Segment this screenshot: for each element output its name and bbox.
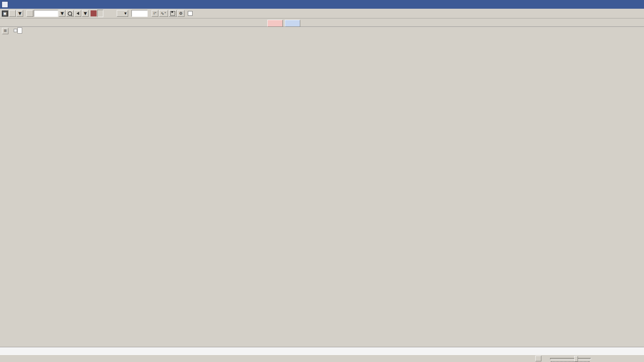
- stock-code-input[interactable]: [34, 10, 58, 17]
- chart-grid-button[interactable]: ⊞: [2, 28, 8, 34]
- stock-chart-window: ⊞ ▣ ▼ ▼ ▼ ▼ ⍿⁺ ∿⁺ ⚙: [0, 0, 644, 362]
- jeon-button[interactable]: [26, 10, 33, 17]
- window-number: [2, 1, 8, 8]
- fast-forward-button[interactable]: [535, 356, 541, 361]
- bar-count-field[interactable]: [131, 10, 148, 17]
- sound-button[interactable]: [74, 10, 81, 17]
- add-indicator-button[interactable]: ⍿⁺: [152, 10, 158, 17]
- zoom-slider-ticks: [551, 361, 590, 362]
- window-select-icon[interactable]: ▣: [1, 10, 8, 17]
- buy-button[interactable]: [267, 20, 283, 27]
- chart-toolbar: ▣ ▼ ▼ ▼ ▼ ⍿⁺ ∿⁺ ⚙: [0, 9, 644, 18]
- save-icon: [170, 11, 175, 16]
- search-button[interactable]: [66, 10, 74, 17]
- sell-button[interactable]: [285, 20, 300, 27]
- x-axis: [0, 347, 644, 355]
- period-combo-arrow-icon[interactable]: ▼: [16, 10, 23, 17]
- period-combo[interactable]: [9, 10, 16, 17]
- price-info-bar: [0, 18, 644, 27]
- zoom-slider-track[interactable]: [550, 358, 591, 360]
- interval-combo[interactable]: ▼: [117, 10, 128, 17]
- stock-name: [97, 10, 103, 17]
- search-icon: [68, 11, 72, 16]
- caution-badge: [91, 10, 97, 16]
- code-dropdown-arrow-icon[interactable]: ▼: [59, 10, 65, 17]
- save-button[interactable]: [169, 10, 177, 17]
- chart-plot[interactable]: [0, 0, 644, 362]
- sound-arrow-icon[interactable]: ▼: [82, 10, 89, 17]
- add-line-button[interactable]: ∿⁺: [159, 10, 168, 17]
- title-bar: [0, 0, 644, 9]
- d-checkbox[interactable]: [188, 11, 193, 16]
- bottom-toolbar: [0, 355, 644, 362]
- settings-button[interactable]: ⚙: [177, 10, 184, 17]
- speaker-icon: [76, 12, 79, 15]
- zoom-slider-thumb[interactable]: [574, 356, 578, 362]
